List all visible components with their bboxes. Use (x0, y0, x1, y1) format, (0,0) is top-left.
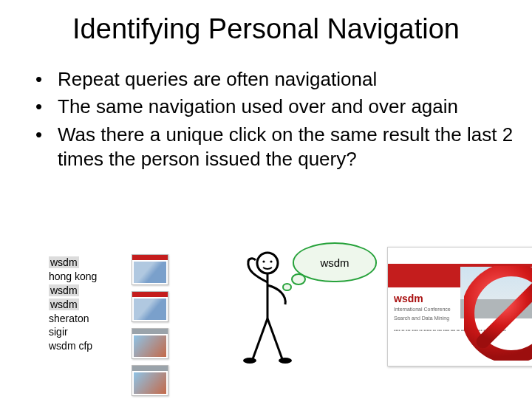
query-item: wsdm (49, 299, 79, 310)
svg-point-1 (262, 260, 265, 262)
thumbnail-icon (132, 328, 168, 359)
thumbnail-icon (132, 254, 168, 285)
svg-line-9 (483, 285, 532, 342)
illustration-area: wsdm hong kong wsdm wsdm sheraton sigir … (49, 248, 492, 386)
query-item: wsdm cfp (49, 340, 92, 352)
query-log: wsdm hong kong wsdm wsdm sheraton sigir … (49, 256, 97, 353)
svg-point-7 (279, 358, 292, 364)
svg-line-4 (253, 318, 267, 359)
svg-point-6 (243, 358, 256, 364)
query-item: wsdm (49, 256, 79, 268)
query-item: sheraton (49, 313, 89, 324)
prohibited-icon (464, 266, 532, 361)
blocked-result: wsdm International Conference Search and… (387, 247, 532, 365)
bullet-item: Repeat queries are often navigational (35, 67, 532, 92)
svg-point-0 (257, 253, 278, 273)
thought-text: wsdm (320, 256, 349, 269)
thumbnail-icon (132, 291, 168, 322)
svg-line-5 (267, 318, 282, 359)
thumbnail-icon (132, 365, 168, 396)
result-thumbnails (130, 253, 211, 399)
thinking-person-icon (233, 248, 300, 366)
query-item: wsdm (49, 284, 79, 296)
bullet-item: The same navigation used over and over a… (35, 95, 532, 119)
bullet-item: Was there a unique click on the same res… (35, 123, 532, 172)
query-item: hong kong (49, 270, 97, 282)
thought-bubble: wsdm (293, 242, 377, 282)
bullet-list: Repeat queries are often navigational Th… (35, 67, 532, 171)
query-item: sigir (49, 326, 68, 338)
svg-point-2 (270, 260, 272, 262)
slide-title: Identifying Personal Navigation (0, 13, 532, 45)
